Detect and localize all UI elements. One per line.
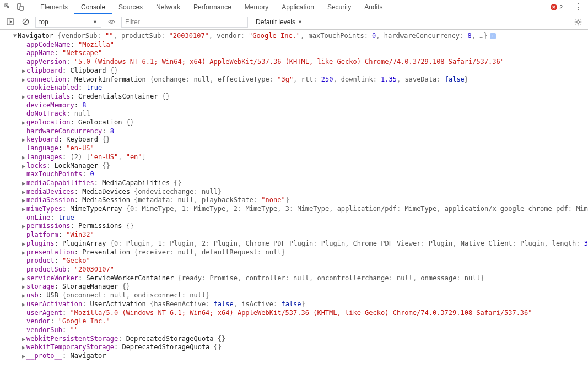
disclosure-icon[interactable]: ▶ <box>22 354 26 358</box>
device-icon[interactable] <box>14 0 26 14</box>
prop-row[interactable]: ▶webkitPersistentStorage: DeprecatedStor… <box>0 335 588 344</box>
prop-row[interactable]: cookieEnabled: true <box>0 84 588 93</box>
console-toolbar: top▼ Default levels▼ <box>0 14 588 30</box>
svg-rect-2 <box>20 6 23 10</box>
disclosure-icon[interactable]: ▶ <box>22 345 26 349</box>
log-level-selector[interactable]: Default levels▼ <box>252 17 306 28</box>
prop-row[interactable]: platform: "Win32" <box>0 231 588 240</box>
tab-network[interactable]: Network <box>149 0 187 14</box>
prop-row[interactable]: deviceMemory: 8 <box>0 101 588 110</box>
prop-row[interactable]: language: "en-US" <box>0 144 588 153</box>
svg-point-8 <box>577 20 579 23</box>
divider <box>30 2 30 12</box>
prop-row[interactable]: ▶connection: NetworkInformation {onchang… <box>0 75 588 84</box>
disclosure-icon[interactable]: ▶ <box>22 68 26 73</box>
disclosure-icon[interactable]: ▶ <box>22 189 26 194</box>
prop-row[interactable]: ▶permissions: Permissions {} <box>0 222 588 231</box>
disclosure-icon[interactable]: ▶ <box>22 94 26 99</box>
prop-row[interactable]: appName: "Netscape" <box>0 49 588 58</box>
prop-row[interactable]: product: "Gecko" <box>0 257 588 265</box>
tab-security[interactable]: Security <box>321 0 358 14</box>
prop-row[interactable]: appCodeName: "Mozilla" <box>0 41 588 50</box>
prop-row[interactable]: ▶mediaSession: MediaSession {metadata: n… <box>0 196 588 205</box>
console-output[interactable]: ▼Navigator {vendorSub: "", productSub: "… <box>0 30 588 369</box>
svg-point-7 <box>110 21 112 23</box>
disclosure-icon[interactable]: ▶ <box>22 120 26 124</box>
prop-row[interactable]: userAgent: "Mozilla/5.0 (Windows NT 6.1;… <box>0 309 588 318</box>
prop-row[interactable]: ▶__proto__: Navigator <box>0 352 588 361</box>
tab-elements[interactable]: Elements <box>34 0 74 14</box>
prop-row[interactable]: ▶userActivation: UserActivation {hasBeen… <box>0 300 588 309</box>
disclosure-icon[interactable]: ▶ <box>22 181 26 185</box>
filter-input[interactable] <box>121 17 248 28</box>
log-level-value: Default levels <box>256 18 295 26</box>
disclosure-icon[interactable]: ▶ <box>22 207 26 211</box>
chevron-down-icon: ▼ <box>93 19 98 25</box>
prop-row[interactable]: ▶credentials: CredentialsContainer {} <box>0 93 588 101</box>
disclosure-icon[interactable]: ▶ <box>22 224 26 228</box>
disclosure-icon[interactable]: ▶ <box>22 155 26 159</box>
prop-row[interactable]: ▶clipboard: Clipboard {} <box>0 67 588 75</box>
disclosure-icon[interactable]: ▶ <box>22 250 26 254</box>
disclosure-icon[interactable]: ▶ <box>22 293 26 297</box>
prop-row[interactable]: ▶mimeTypes: MimeTypeArray {0: MimeType, … <box>0 205 588 214</box>
prop-row[interactable]: maxTouchPoints: 0 <box>0 170 588 179</box>
disclosure-icon[interactable]: ▶ <box>22 137 26 142</box>
prop-row[interactable]: productSub: "20030107" <box>0 265 588 274</box>
prop-row[interactable]: doNotTrack: null <box>0 110 588 118</box>
disclosure-icon[interactable]: ▶ <box>22 241 26 246</box>
prop-row[interactable]: ▶serviceWorker: ServiceWorkerContainer {… <box>0 274 588 283</box>
devtools-tabbar: Elements Console Sources Network Perform… <box>0 0 588 14</box>
prop-row[interactable]: ▶keyboard: Keyboard {} <box>0 135 588 144</box>
error-count[interactable]: ✕2 <box>551 4 568 10</box>
tab-performance[interactable]: Performance <box>187 0 238 14</box>
tab-audits[interactable]: Audits <box>358 0 389 14</box>
error-count-value: 2 <box>559 4 563 10</box>
prop-row[interactable]: ▶storage: StorageManager {} <box>0 283 588 291</box>
disclosure-icon[interactable]: ▶ <box>22 276 26 280</box>
prop-row[interactable]: ▶plugins: PluginArray {0: Plugin, 1: Plu… <box>0 240 588 248</box>
context-selector[interactable]: top▼ <box>35 17 101 28</box>
disclosure-icon[interactable]: ▶ <box>22 302 26 306</box>
info-icon[interactable]: i <box>490 33 496 39</box>
object-row[interactable]: ▼Navigator {vendorSub: "", productSub: "… <box>0 32 588 41</box>
prop-row[interactable]: ▶geolocation: Geolocation {} <box>0 118 588 127</box>
prop-row[interactable]: appVersion: "5.0 (Windows NT 6.1; Win64;… <box>0 58 588 67</box>
disclosure-icon[interactable]: ▶ <box>22 284 26 289</box>
prop-row[interactable]: vendorSub: "" <box>0 326 588 335</box>
prop-row[interactable]: hardwareConcurrency: 8 <box>0 127 588 136</box>
prop-row[interactable]: ▶presentation: Presentation {receiver: n… <box>0 248 588 257</box>
disclosure-icon[interactable]: ▶ <box>22 198 26 202</box>
prop-row[interactable]: ▶webkitTemporaryStorage: DeprecatedStora… <box>0 343 588 352</box>
inspect-icon[interactable] <box>2 0 14 14</box>
tab-application[interactable]: Application <box>275 0 321 14</box>
tab-sources[interactable]: Sources <box>112 0 149 14</box>
tab-memory[interactable]: Memory <box>238 0 275 14</box>
tab-console[interactable]: Console <box>74 0 112 14</box>
clear-console-icon[interactable] <box>20 17 31 28</box>
kebab-menu-icon[interactable]: ⋮ <box>568 2 588 12</box>
prop-row[interactable]: ▶languages: (2) ["en-US", "en"] <box>0 153 588 162</box>
chevron-down-icon: ▼ <box>298 19 303 25</box>
prop-row[interactable]: ▶mediaCapabilities: MediaCapabilities {} <box>0 179 588 188</box>
prop-row[interactable]: vendor: "Google Inc." <box>0 317 588 326</box>
prop-row[interactable]: ▶locks: LockManager {} <box>0 162 588 171</box>
prop-row[interactable]: onLine: true <box>0 214 588 223</box>
eye-icon[interactable] <box>106 17 117 28</box>
svg-line-6 <box>23 20 27 24</box>
disclosure-icon[interactable]: ▼ <box>13 33 18 37</box>
disclosure-icon[interactable]: ▶ <box>22 337 26 341</box>
disclosure-icon[interactable]: ▶ <box>22 164 26 168</box>
toggle-sidebar-icon[interactable] <box>4 17 15 28</box>
prop-row[interactable]: ▶mediaDevices: MediaDevices {ondevicecha… <box>0 188 588 197</box>
context-value: top <box>39 18 48 26</box>
prop-row[interactable]: ▶usb: USB {onconnect: null, ondisconnect… <box>0 291 588 300</box>
gear-icon[interactable] <box>573 17 584 28</box>
disclosure-icon[interactable]: ▶ <box>22 77 26 82</box>
